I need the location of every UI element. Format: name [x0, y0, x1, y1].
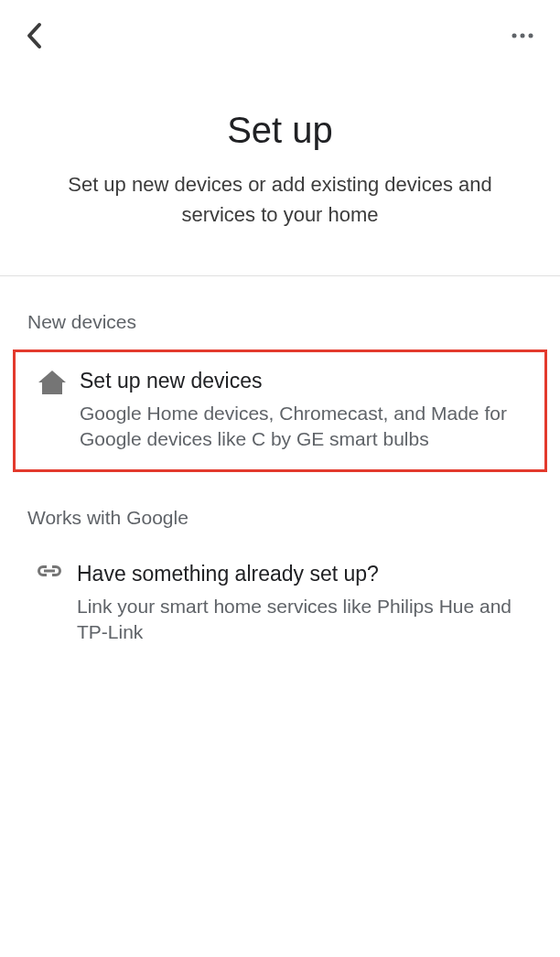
back-button[interactable] [20, 16, 49, 55]
home-icon [25, 369, 80, 394]
more-button[interactable] [505, 27, 540, 45]
more-horizontal-icon [511, 32, 534, 39]
list-item-title: Set up new devices [80, 369, 535, 393]
svg-point-1 [521, 34, 525, 38]
list-item-link-service[interactable]: Have something already set up? Link your… [0, 545, 560, 662]
list-item-content: Set up new devices Google Home devices, … [80, 369, 535, 453]
hero-section: Set up Set up new devices or add existin… [0, 55, 560, 275]
list-item-setup-new-devices[interactable]: Set up new devices Google Home devices, … [13, 349, 547, 472]
chevron-left-icon [26, 22, 44, 49]
section-label-new-devices: New devices [0, 276, 560, 349]
svg-point-2 [529, 34, 533, 38]
page-title: Set up [37, 110, 523, 151]
page-subtitle: Set up new devices or add existing devic… [37, 169, 523, 230]
section-label-works-with-google: Works with Google [0, 472, 560, 545]
list-item-desc: Google Home devices, Chromecast, and Mad… [80, 401, 535, 453]
svg-point-0 [512, 34, 517, 38]
svg-rect-3 [44, 569, 55, 572]
list-item-title: Have something already set up? [77, 562, 538, 586]
list-item-content: Have something already set up? Link your… [77, 562, 538, 646]
list-item-desc: Link your smart home services like Phili… [77, 594, 538, 646]
top-bar [0, 0, 560, 55]
link-icon [22, 562, 77, 578]
